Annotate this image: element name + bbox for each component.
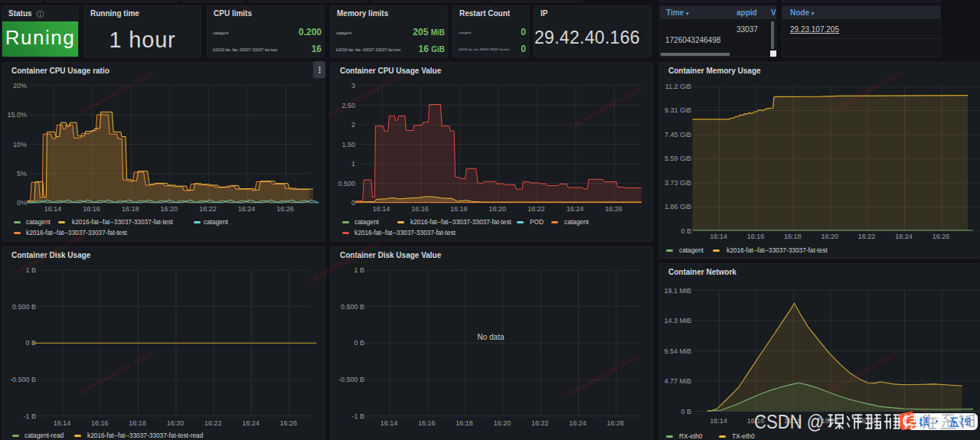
- svg-text:0.500 B: 0.500 B: [12, 303, 36, 311]
- svg-text:16:18: 16:18: [122, 205, 139, 213]
- svg-text:16:20: 16:20: [494, 419, 511, 427]
- svg-text:0%: 0%: [17, 199, 27, 207]
- svg-text:16:14: 16:14: [373, 205, 390, 213]
- svg-text:16:26: 16:26: [933, 233, 950, 240]
- svg-text:11.2 GiB: 11.2 GiB: [665, 83, 691, 90]
- svg-text:3.73 GiB: 3.73 GiB: [665, 179, 691, 187]
- svg-text:-1 B: -1 B: [23, 412, 36, 420]
- svg-text:5%: 5%: [17, 170, 27, 178]
- svg-text:0 B: 0 B: [681, 227, 691, 235]
- svg-text:1: 1: [351, 160, 355, 168]
- svg-text:16:24: 16:24: [238, 205, 256, 213]
- svg-text:0.500 B: 0.500 B: [341, 303, 364, 311]
- svg-text:0: 0: [351, 199, 355, 207]
- svg-text:16:16: 16:16: [411, 205, 429, 213]
- svg-text:16:20: 16:20: [161, 205, 178, 213]
- svg-text:16:20: 16:20: [489, 205, 507, 213]
- svg-text:16:16: 16:16: [418, 419, 436, 427]
- svg-text:0 B: 0 B: [681, 408, 691, 416]
- svg-text:9.31 GiB: 9.31 GiB: [665, 106, 691, 114]
- svg-text:16:24: 16:24: [569, 419, 586, 427]
- svg-text:20%: 20%: [13, 82, 27, 90]
- svg-text:16:26: 16:26: [607, 419, 625, 427]
- svg-text:2: 2: [351, 121, 355, 129]
- svg-text:16:26: 16:26: [280, 419, 298, 427]
- svg-text:16:24: 16:24: [895, 233, 913, 240]
- svg-text:1.86 GiB: 1.86 GiB: [665, 203, 691, 210]
- svg-text:16:22: 16:22: [528, 205, 545, 213]
- svg-text:16:18: 16:18: [456, 419, 473, 427]
- svg-text:16:24: 16:24: [242, 419, 260, 427]
- svg-text:No data: No data: [477, 333, 504, 341]
- svg-text:0 B: 0 B: [354, 339, 364, 347]
- svg-text:16:20: 16:20: [167, 419, 185, 427]
- svg-text:15.0%: 15.0%: [7, 111, 27, 119]
- svg-text:16:18: 16:18: [784, 233, 802, 240]
- svg-text:16:22: 16:22: [199, 205, 217, 213]
- svg-text:4.77 MiB: 4.77 MiB: [664, 377, 691, 385]
- svg-text:19.1 MiB: 19.1 MiB: [664, 287, 691, 295]
- svg-text:7.45 GiB: 7.45 GiB: [665, 131, 691, 139]
- svg-text:0.500: 0.500: [338, 180, 355, 187]
- svg-text:3: 3: [351, 82, 355, 90]
- svg-text:16:14: 16:14: [710, 417, 727, 425]
- svg-text:16:14: 16:14: [381, 419, 398, 427]
- svg-text:16:14: 16:14: [54, 419, 71, 427]
- svg-text:1 B: 1 B: [354, 266, 364, 274]
- svg-text:-0.500 B: -0.500 B: [10, 376, 36, 383]
- svg-text:16:26: 16:26: [276, 205, 294, 213]
- svg-text:16:22: 16:22: [858, 233, 876, 240]
- svg-text:10%: 10%: [13, 141, 27, 148]
- svg-text:16:16: 16:16: [91, 419, 109, 427]
- svg-text:16:26: 16:26: [605, 205, 622, 213]
- svg-text:16:22: 16:22: [204, 419, 222, 427]
- svg-text:9.54 MiB: 9.54 MiB: [664, 347, 691, 355]
- svg-text:16:24: 16:24: [567, 205, 584, 213]
- svg-text:16:16: 16:16: [747, 233, 765, 240]
- svg-text:-1 B: -1 B: [351, 412, 364, 420]
- svg-text:16:14: 16:14: [710, 233, 727, 240]
- svg-text:-0.500 B: -0.500 B: [338, 376, 364, 383]
- svg-text:14.3 MiB: 14.3 MiB: [664, 317, 691, 324]
- svg-text:16:14: 16:14: [44, 205, 62, 213]
- svg-text:16:20: 16:20: [821, 233, 838, 240]
- svg-text:16:22: 16:22: [531, 419, 549, 427]
- svg-text:16:18: 16:18: [450, 205, 468, 213]
- svg-text:5.59 GiB: 5.59 GiB: [665, 155, 691, 162]
- svg-text:16:16: 16:16: [83, 205, 100, 213]
- svg-text:1.50: 1.50: [341, 141, 355, 148]
- svg-text:16:18: 16:18: [129, 419, 146, 427]
